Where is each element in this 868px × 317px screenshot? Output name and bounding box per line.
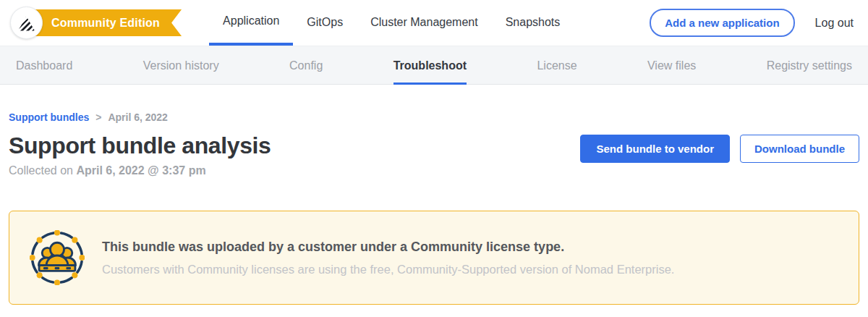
download-bundle-button[interactable]: Download bundle xyxy=(740,135,859,163)
subnav-item-registry-settings[interactable]: Registry settings xyxy=(767,46,852,85)
brand: Community Edition xyxy=(10,7,182,39)
subnav-item-version-history[interactable]: Version history xyxy=(143,46,219,85)
subnav-item-dashboard[interactable]: Dashboard xyxy=(16,46,72,85)
tab-cluster-management[interactable]: Cluster Management xyxy=(357,0,492,46)
page-title: Support bundle analysis xyxy=(9,132,271,159)
tab-snapshots[interactable]: Snapshots xyxy=(492,0,574,46)
top-nav-right: Add a new application Log out xyxy=(650,9,854,37)
tab-application[interactable]: Application xyxy=(209,0,293,46)
replicated-logo[interactable] xyxy=(10,7,43,39)
page-title-block: Support bundle analysis Collected on Apr… xyxy=(9,132,271,177)
tab-gitops[interactable]: GitOps xyxy=(293,0,357,46)
bundle-actions: Send bundle to vendor Download bundle xyxy=(580,135,859,163)
collected-prefix: Collected on xyxy=(9,164,76,177)
add-new-application-button[interactable]: Add a new application xyxy=(650,9,794,37)
breadcrumb-separator: > xyxy=(95,111,101,123)
breadcrumb-support-bundles-link[interactable]: Support bundles xyxy=(9,111,89,123)
breadcrumb: Support bundles>April 6, 2022 xyxy=(9,111,859,123)
logout-link[interactable]: Log out xyxy=(815,17,854,30)
community-license-icon xyxy=(30,230,85,285)
banner-subtitle: Customers with Community licenses are us… xyxy=(102,263,674,276)
main-content: Support bundles>April 6, 2022 Support bu… xyxy=(0,111,868,305)
subnav-item-config[interactable]: Config xyxy=(289,46,323,85)
top-tabs: Application GitOps Cluster Management Sn… xyxy=(209,0,574,46)
replicated-logo-icon xyxy=(18,17,35,31)
page-header: Support bundle analysis Collected on Apr… xyxy=(9,132,859,177)
top-nav: Community Edition Application GitOps Clu… xyxy=(0,0,868,46)
subnav-item-license[interactable]: License xyxy=(537,46,576,85)
breadcrumb-current: April 6, 2022 xyxy=(108,111,168,123)
banner-title: This bundle was uploaded by a customer u… xyxy=(102,240,674,255)
subnav-item-view-files[interactable]: View files xyxy=(647,46,696,85)
banner-text: This bundle was uploaded by a customer u… xyxy=(102,240,674,276)
send-bundle-to-vendor-button[interactable]: Send bundle to vendor xyxy=(580,135,730,163)
sub-nav: Dashboard Version history Config Trouble… xyxy=(0,46,868,85)
collected-date: April 6, 2022 @ 3:37 pm xyxy=(76,164,205,177)
community-license-banner: This bundle was uploaded by a customer u… xyxy=(9,211,859,305)
subnav-item-troubleshoot[interactable]: Troubleshoot xyxy=(393,46,467,85)
community-edition-badge: Community Edition xyxy=(28,9,182,36)
collected-timestamp: Collected on April 6, 2022 @ 3:37 pm xyxy=(9,164,271,177)
